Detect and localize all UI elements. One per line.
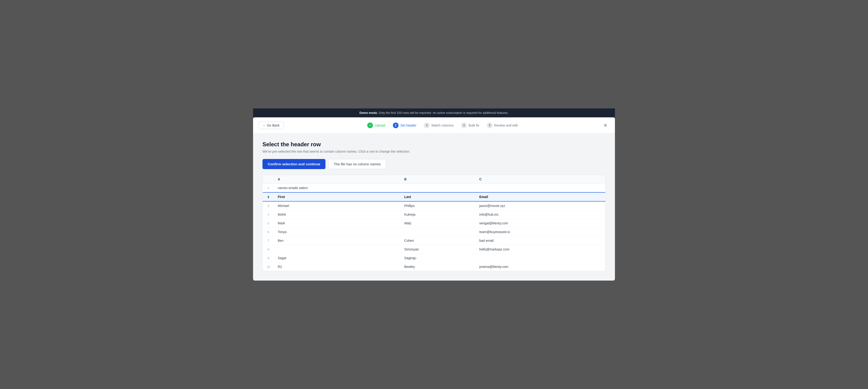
row-col-c: jason@moxie.xyz [475,201,605,210]
col-b-header: B [400,175,475,184]
table-row[interactable]: 1names emails select [263,184,605,193]
table-row[interactable]: 4MohitKukrejainfo@hub.inc [263,210,605,219]
step-match-columns: 3 Match columns [424,122,454,128]
table-body: 1names emails select2FirstLastEmail3Mich… [263,184,605,271]
step-set-header-label: Set header [400,123,416,127]
row-number: 10 [263,262,274,271]
step-review-edit-label: Review and edit [494,123,518,127]
row-col-b: Cohen [400,237,475,245]
table-row[interactable]: 8Simonyanhello@markaaz.com [263,245,605,254]
outer-wrapper: Demo mode. Only the first 100 rows will … [253,108,615,281]
step-upload-circle: ✓ [367,122,373,128]
go-back-button[interactable]: ← Go Back [259,121,284,129]
row-number: 5 [263,219,274,228]
col-a-header: A [274,175,400,184]
step-bulk-fix-label: Bulk fix [469,123,479,127]
row-col-c: vengat@klenty.com [475,219,605,228]
row-col-a: First [274,192,400,201]
row-col-a: Ben [274,237,400,245]
row-col-c [475,254,605,262]
row-col-c: hello@markaaz.com [475,245,605,254]
row-number: 6 [263,228,274,237]
demo-banner-text: Only the first 100 rows will be imported… [378,111,508,114]
row-number: 3 [263,201,274,210]
page-subtitle: We've pre-selected the row that seems to… [262,149,606,154]
page-title: Select the header row [262,141,606,148]
table-row[interactable]: 3MichaelPhillipsjason@moxie.xyz [263,201,605,210]
row-col-a: names emails select [274,184,400,193]
row-col-a: Mark [274,219,400,228]
table-row[interactable]: 6Tonyateam@buyerassist.io [263,228,605,237]
step-match-columns-circle: 3 [424,122,430,128]
row-col-a [274,245,400,254]
col-c-header: C [475,175,605,184]
step-set-header: 2 Set header [393,122,416,128]
table-container: A B C 1names emails select2FirstLastEmai… [262,175,606,271]
steps-nav: ✓ Upload 2 Set header 3 Match columns 4 … [284,122,601,128]
close-button[interactable]: ✕ [601,122,609,129]
row-col-a: Michael [274,201,400,210]
table-header-row: A B C [263,175,605,184]
row-col-c [475,184,605,193]
row-number: 1 [263,184,274,193]
table-row[interactable]: 9SagarSagiraju [263,254,605,262]
row-col-c: bad email [475,237,605,245]
table-row[interactable]: 5MarkWalzvengat@klenty.com [263,219,605,228]
row-col-b [400,228,475,237]
row-number: 7 [263,237,274,245]
data-table: A B C 1names emails select2FirstLastEmai… [263,175,605,271]
step-upload: ✓ Upload [367,122,385,128]
action-buttons: Confirm selection and continue The file … [262,159,606,169]
step-match-columns-label: Match columns [431,123,454,127]
step-upload-label: Upload [375,123,385,127]
row-col-c: preena@klenty.com [475,262,605,271]
row-col-a: R2 [274,262,400,271]
modal-body: Select the header row We've pre-selected… [253,134,615,281]
demo-mode-label: Demo mode. [360,111,378,114]
confirm-selection-button[interactable]: Confirm selection and continue [262,159,326,169]
row-col-b: Last [400,192,475,201]
row-number: 4 [263,210,274,219]
row-col-c: info@hub.inc [475,210,605,219]
table-row[interactable]: 7BenCohenbad email [263,237,605,245]
no-column-names-button[interactable]: The file has no column names [328,159,386,169]
step-set-header-circle: 2 [393,122,399,128]
modal-header: ← Go Back ✓ Upload 2 Set header 3 Match … [253,117,615,134]
demo-banner: Demo mode. Only the first 100 rows will … [253,108,615,117]
row-col-a: Mohit [274,210,400,219]
step-bulk-fix: 4 Bulk fix [461,122,479,128]
row-number: 8 [263,245,274,254]
row-col-b: Kukreja [400,210,475,219]
step-review-edit-circle: 5 [487,122,493,128]
row-col-b: Sagiraju [400,254,475,262]
row-col-b [400,184,475,193]
table-row[interactable]: 2FirstLastEmail [263,192,605,201]
row-col-a: Sagar [274,254,400,262]
step-bulk-fix-circle: 4 [461,122,467,128]
table-row[interactable]: 10R2Bewleypreena@klenty.com [263,262,605,271]
row-col-c: Email [475,192,605,201]
row-col-c: team@buyerassist.io [475,228,605,237]
row-col-b: Walz [400,219,475,228]
step-review-edit: 5 Review and edit [487,122,518,128]
row-col-b: Simonyan [400,245,475,254]
row-col-b: Bewley [400,262,475,271]
row-col-b: Phillips [400,201,475,210]
row-number: 2 [263,192,274,201]
col-num-header [263,175,274,184]
row-number: 9 [263,254,274,262]
row-col-a: Tonya [274,228,400,237]
modal: ← Go Back ✓ Upload 2 Set header 3 Match … [253,117,615,281]
